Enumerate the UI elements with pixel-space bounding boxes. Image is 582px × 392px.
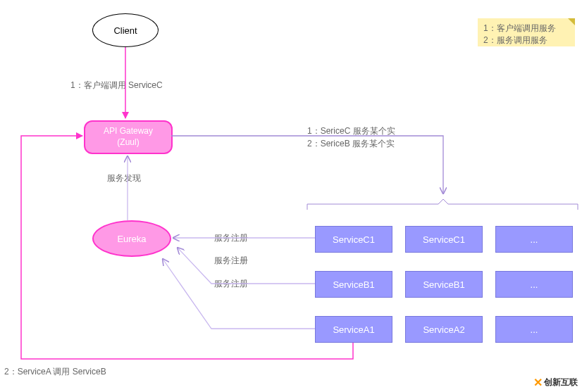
node-service-a2: ServiceA2 <box>405 316 483 343</box>
node-service-c2: ServiceC1 <box>405 226 483 253</box>
edge-gateway-services-1: 1：SericeC 服务某个实 <box>307 125 395 137</box>
watermark-text: 创新互联 <box>544 377 578 388</box>
edge-client-gateway-label: 1：客户端调用 ServiceC <box>70 80 163 91</box>
node-client-label: Client <box>113 25 137 36</box>
node-service-a1: ServiceA1 <box>315 316 392 343</box>
gateway-line1: API Gateway <box>104 126 153 137</box>
edge-gateway-services-2: 2：SericeB 服务某个实 <box>307 138 395 150</box>
node-client: Client <box>92 13 159 47</box>
node-api-gateway: API Gateway (Zuul) <box>84 120 173 154</box>
watermark-icon: ✕ <box>533 376 543 389</box>
node-service-c-more: ... <box>495 226 573 253</box>
legend-line-2: 2：服务调用服务 <box>483 34 569 46</box>
node-service-a-more: ... <box>495 316 573 343</box>
node-eureka: Eureka <box>92 220 171 257</box>
edge-a-calls-b: 2：ServiceA 调用 ServiceB <box>4 366 106 378</box>
edge-register-3: 服务注册 <box>214 278 248 290</box>
legend-line-1: 1：客户端调用服务 <box>483 23 569 34</box>
edge-gateway-discover-label: 服务发现 <box>107 172 141 184</box>
node-service-b-more: ... <box>495 271 573 298</box>
node-eureka-label: Eureka <box>117 234 146 244</box>
node-service-b2: ServiceB1 <box>405 271 483 298</box>
node-service-b1: ServiceB1 <box>315 271 392 298</box>
gateway-line2: (Zuul) <box>117 137 139 148</box>
node-service-c1: ServiceC1 <box>315 226 392 253</box>
edge-register-2: 服务注册 <box>214 255 248 267</box>
edge-register-1: 服务注册 <box>214 232 248 244</box>
legend-note: 1：客户端调用服务 2：服务调用服务 <box>478 18 575 46</box>
watermark: ✕ 创新互联 <box>533 376 578 389</box>
